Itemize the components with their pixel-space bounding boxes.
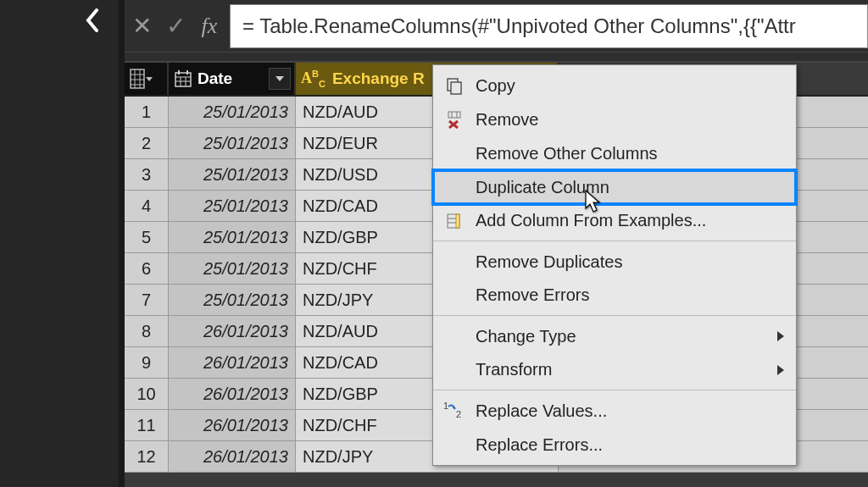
text-type-icon: ABC: [301, 69, 326, 89]
row-number[interactable]: 7: [125, 285, 169, 315]
cell-date[interactable]: 25/01/2013: [169, 222, 296, 252]
cell-date[interactable]: 25/01/2013: [169, 191, 296, 221]
cell-date[interactable]: 26/01/2013: [169, 410, 296, 440]
svg-rect-6: [175, 73, 191, 86]
menu-transform[interactable]: Transform: [433, 353, 796, 390]
cell-date[interactable]: 25/01/2013: [169, 253, 296, 284]
add-column-icon: [443, 210, 465, 232]
row-number[interactable]: 5: [125, 222, 169, 252]
column-filter-dropdown[interactable]: [269, 68, 291, 90]
cell-date[interactable]: 26/01/2013: [169, 441, 296, 472]
formula-bar: ✕ ✓ fx = Table.RenameColumns(#"Unpivoted…: [125, 0, 868, 53]
formula-cancel-button[interactable]: ✕: [125, 5, 159, 47]
row-number[interactable]: 11: [125, 410, 169, 440]
fx-icon[interactable]: fx: [192, 5, 226, 47]
cell-date[interactable]: 25/01/2013: [169, 128, 296, 158]
replace-values-icon: 12: [443, 400, 465, 422]
menu-label: Transform: [476, 360, 552, 379]
back-chevron-icon[interactable]: [85, 8, 100, 38]
menu-remove[interactable]: Remove: [433, 102, 796, 136]
menu-remove-other-columns[interactable]: Remove Other Columns: [433, 136, 796, 170]
menu-replace-values[interactable]: 12 Replace Values...: [433, 394, 796, 428]
menu-label: Change Type: [476, 327, 576, 346]
cell-date[interactable]: 26/01/2013: [169, 379, 296, 409]
svg-text:1: 1: [443, 401, 448, 411]
menu-label: Remove Errors: [476, 285, 589, 305]
row-number[interactable]: 9: [125, 347, 169, 378]
column-header-label: Date: [198, 69, 232, 88]
menu-label: Replace Errors...: [476, 435, 603, 455]
cell-date[interactable]: 25/01/2013: [169, 159, 296, 190]
menu-add-column-from-examples[interactable]: Add Column From Examples...: [433, 204, 796, 241]
table-corner-button[interactable]: [125, 63, 169, 95]
svg-text:2: 2: [456, 409, 461, 419]
cell-date[interactable]: 26/01/2013: [169, 347, 296, 378]
row-number[interactable]: 10: [125, 379, 169, 409]
menu-duplicate-column[interactable]: Duplicate Column: [433, 170, 796, 204]
menu-change-type[interactable]: Change Type: [433, 319, 796, 353]
left-nav-panel: [0, 0, 119, 487]
svg-rect-11: [178, 70, 180, 75]
submenu-arrow-icon: [777, 331, 784, 341]
column-context-menu: Copy Remove Remove Other Columns Duplica…: [432, 64, 797, 466]
row-number[interactable]: 6: [125, 253, 169, 284]
row-number[interactable]: 3: [125, 159, 169, 190]
row-number[interactable]: 8: [125, 316, 169, 346]
svg-rect-0: [131, 69, 144, 88]
calendar-icon: [174, 69, 192, 88]
menu-label: Remove: [476, 110, 538, 130]
svg-rect-14: [451, 82, 461, 94]
submenu-arrow-icon: [777, 365, 784, 375]
column-header-label: Exchange R: [332, 69, 425, 88]
menu-copy[interactable]: Copy: [433, 69, 796, 102]
menu-label: Remove Duplicates: [476, 252, 622, 272]
formula-input[interactable]: = Table.RenameColumns(#"Unpivoted Other …: [230, 4, 868, 48]
svg-rect-15: [448, 112, 460, 118]
remove-column-icon: [443, 108, 465, 130]
column-header-date[interactable]: Date: [169, 63, 296, 95]
menu-label: Copy: [476, 76, 515, 96]
row-number[interactable]: 1: [125, 97, 169, 127]
menu-replace-errors[interactable]: Replace Errors...: [433, 428, 796, 462]
menu-remove-duplicates[interactable]: Remove Duplicates: [433, 245, 796, 279]
row-number[interactable]: 12: [125, 441, 169, 472]
mouse-cursor-icon: [585, 190, 604, 217]
cell-date[interactable]: 26/01/2013: [169, 316, 296, 346]
copy-icon: [443, 75, 465, 97]
menu-label: Remove Other Columns: [476, 144, 658, 163]
menu-label: Replace Values...: [476, 401, 607, 421]
svg-rect-21: [456, 214, 459, 228]
cell-date[interactable]: 25/01/2013: [169, 285, 296, 315]
svg-rect-12: [186, 70, 188, 75]
formula-confirm-button[interactable]: ✓: [159, 5, 192, 47]
row-number[interactable]: 4: [125, 191, 169, 221]
menu-remove-errors[interactable]: Remove Errors: [433, 279, 796, 316]
row-number[interactable]: 2: [125, 128, 169, 158]
cell-date[interactable]: 25/01/2013: [169, 97, 296, 127]
